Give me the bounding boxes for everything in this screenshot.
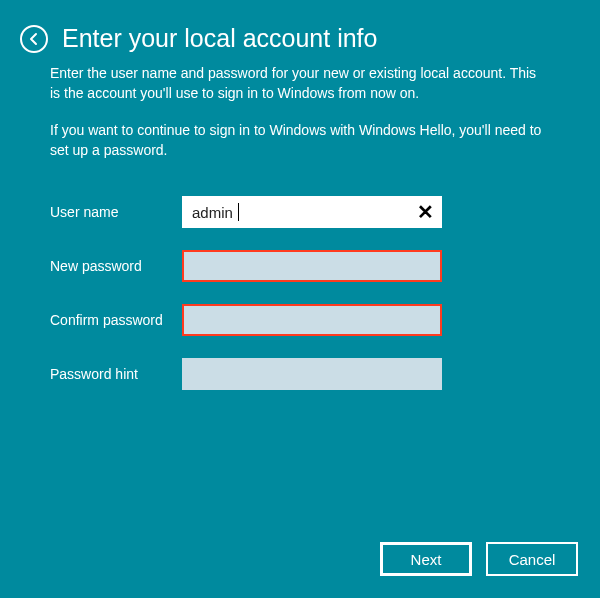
close-icon: ✕ [417, 200, 434, 224]
username-label: User name [50, 204, 182, 220]
text-caret [238, 203, 239, 221]
new-password-input[interactable] [182, 250, 442, 282]
confirm-password-input[interactable] [182, 304, 442, 336]
password-hint-label: Password hint [50, 366, 182, 382]
new-password-label: New password [50, 258, 182, 274]
back-arrow-icon [27, 32, 41, 46]
username-input[interactable] [182, 196, 442, 228]
local-account-form: User name ✕ New password Confirm passwor… [0, 176, 600, 390]
cancel-button[interactable]: Cancel [486, 542, 578, 576]
clear-username-button[interactable]: ✕ [408, 196, 442, 228]
back-button[interactable] [20, 25, 48, 53]
page-title: Enter your local account info [62, 24, 377, 53]
password-hint-input[interactable] [182, 358, 442, 390]
intro-text-1: Enter the user name and password for you… [50, 63, 550, 104]
intro-text-2: If you want to continue to sign in to Wi… [50, 120, 550, 161]
next-button[interactable]: Next [380, 542, 472, 576]
confirm-password-label: Confirm password [50, 312, 182, 328]
